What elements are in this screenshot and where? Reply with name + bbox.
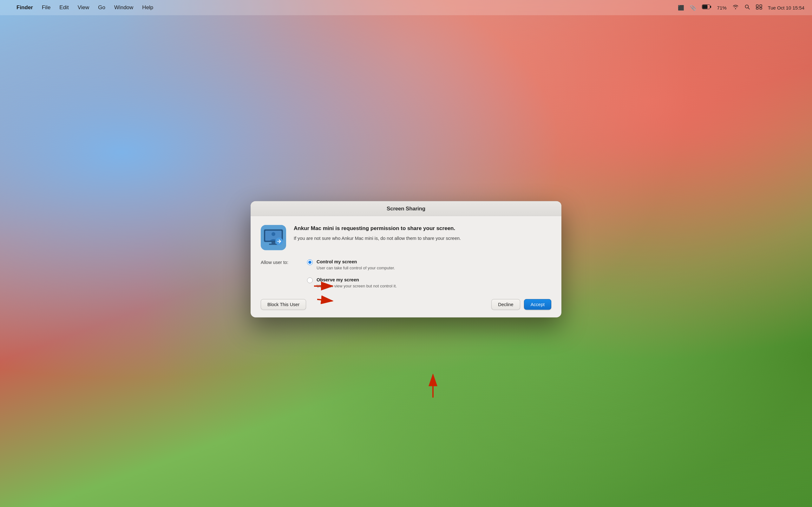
svg-rect-6	[760, 5, 762, 7]
screen-sharing-dialog: Screen Sharing	[251, 201, 561, 318]
allow-label: Allow user to:	[261, 259, 302, 265]
control-center-icon[interactable]	[756, 4, 762, 11]
menu-go[interactable]: Go	[98, 4, 105, 11]
menu-file[interactable]: File	[42, 4, 50, 11]
dialog-wrapper: Screen Sharing	[251, 201, 561, 318]
datetime-display: Tue Oct 10 15:54	[768, 5, 804, 10]
radio-options: Control my screen User can take full con…	[307, 259, 551, 289]
menu-finder[interactable]: Finder	[16, 4, 33, 11]
menu-help[interactable]: Help	[142, 4, 153, 11]
battery-icon	[702, 4, 711, 11]
dialog-subtitle: If you are not sure who Ankur Mac mini i…	[294, 235, 551, 242]
dialog-text-block: Ankur Mac mini is requesting permission …	[294, 225, 551, 242]
paperclip-icon: 📎	[690, 5, 696, 11]
svg-point-13	[271, 232, 275, 236]
dialog-header: Ankur Mac mini is requesting permission …	[261, 225, 551, 250]
radio-option-observe[interactable]: Observe my screen User can view your scr…	[307, 277, 551, 289]
dialog-buttons: Block This User Decline Accept	[261, 297, 551, 310]
dialog-body: Ankur Mac mini is requesting permission …	[251, 216, 561, 318]
menubar: Finder File Edit View Go Window Help ⬛ 📎…	[0, 0, 812, 15]
allow-section: Allow user to: Control my screen User ca…	[261, 259, 551, 289]
dialog-titlebar: Screen Sharing	[251, 201, 561, 216]
radio-observe-text: Observe my screen User can view your scr…	[316, 277, 551, 289]
radio-control-text: Control my screen User can take full con…	[316, 259, 551, 271]
radio-observe-input[interactable]	[307, 278, 313, 283]
radio-option-control[interactable]: Control my screen User can take full con…	[307, 259, 551, 271]
svg-rect-7	[756, 8, 758, 9]
screen-icon[interactable]: ⬛	[678, 5, 684, 11]
wifi-icon[interactable]	[732, 4, 739, 11]
menu-edit[interactable]: Edit	[59, 4, 68, 11]
svg-rect-2	[710, 6, 711, 8]
dialog-main-title: Ankur Mac mini is requesting permission …	[294, 225, 551, 232]
search-icon[interactable]	[745, 4, 750, 11]
radio-observe-label: Observe my screen	[316, 277, 551, 282]
svg-rect-8	[760, 8, 762, 9]
block-user-button[interactable]: Block This User	[261, 299, 306, 310]
svg-rect-5	[756, 5, 758, 7]
screen-sharing-icon	[261, 225, 286, 250]
radio-observe-desc: User can view your screen but not contro…	[316, 283, 551, 289]
menu-view[interactable]: View	[78, 4, 90, 11]
radio-control-input[interactable]	[307, 260, 313, 265]
battery-percent: 71%	[717, 5, 727, 10]
radio-control-label: Control my screen	[316, 259, 551, 264]
btn-right-group: Decline Accept	[491, 299, 551, 310]
decline-button[interactable]: Decline	[491, 299, 520, 310]
svg-rect-1	[702, 5, 707, 9]
menu-window[interactable]: Window	[114, 4, 133, 11]
dialog-title: Screen Sharing	[387, 206, 425, 212]
svg-line-4	[748, 8, 750, 9]
accept-button[interactable]: Accept	[524, 299, 551, 310]
radio-control-desc: User can take full control of your compu…	[316, 265, 551, 271]
